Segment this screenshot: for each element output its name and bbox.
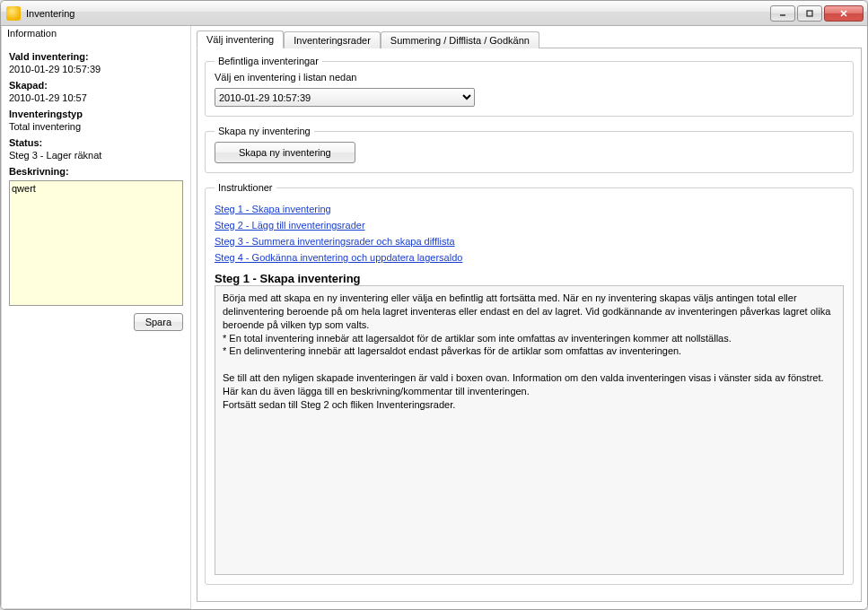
description-textarea[interactable]: [9, 180, 183, 306]
tab-summering[interactable]: Summering / Difflista / Godkänn: [381, 31, 539, 48]
save-button[interactable]: Spara: [134, 313, 183, 331]
instruktioner-group: Instruktioner Steg 1 - Skapa inventering…: [205, 182, 854, 585]
typ-value: Total inventering: [9, 121, 183, 132]
vald-value: 2010-01-29 10:57:39: [9, 64, 183, 74]
close-icon: [839, 9, 848, 18]
status-value: Steg 3 - Lager räknat: [9, 150, 183, 161]
window: Inventering Information Vald inventering…: [0, 0, 868, 610]
app-icon: [6, 6, 21, 21]
maximize-button[interactable]: [797, 5, 822, 22]
content: Information Vald inventering: 2010-01-29…: [1, 26, 867, 609]
befintliga-select[interactable]: 2010-01-29 10:57:39: [215, 88, 475, 107]
left-section-title: Information: [2, 26, 190, 42]
beskrivning-label: Beskrivning:: [9, 166, 183, 177]
instruktioner-links: Steg 1 - Skapa inventering Steg 2 - Lägg…: [215, 198, 844, 268]
link-steg-4[interactable]: Steg 4 - Godkänna inventering och uppdat…: [215, 252, 844, 263]
typ-label: Inventeringstyp: [9, 109, 183, 119]
window-buttons: [768, 5, 864, 22]
befintliga-legend: Befintliga inventeringar: [215, 56, 322, 66]
skapad-value: 2010-01-29 10:57: [9, 92, 183, 103]
skapad-label: Skapad:: [9, 80, 183, 91]
tabpage-valj-inventering: Befintliga inventeringar Välj en invente…: [197, 48, 862, 602]
right-panel: Välj inventering Inventeringsrader Summe…: [191, 26, 867, 609]
befintliga-instruction: Välj en inventering i listan nedan: [215, 72, 844, 83]
columns: Information Vald inventering: 2010-01-29…: [1, 26, 867, 609]
left-body: Vald inventering: 2010-01-29 10:57:39 Sk…: [2, 42, 190, 180]
status-label: Status:: [9, 137, 183, 148]
minimize-icon: [778, 9, 787, 18]
maximize-icon: [805, 9, 814, 18]
save-row: Spara: [2, 308, 190, 336]
titlebar: Inventering: [1, 1, 867, 26]
link-steg-3[interactable]: Steg 3 - Summera inventeringsrader och s…: [215, 236, 844, 247]
tab-valj-inventering[interactable]: Välj inventering: [197, 30, 284, 48]
close-button[interactable]: [824, 5, 864, 22]
description-area: [9, 180, 183, 308]
skapa-button[interactable]: Skapa ny inventering: [215, 142, 355, 163]
skapa-legend: Skapa ny inventering: [215, 126, 314, 136]
link-steg-1[interactable]: Steg 1 - Skapa inventering: [215, 204, 844, 214]
svg-rect-1: [807, 11, 812, 16]
vald-label: Vald inventering:: [9, 51, 183, 62]
befintliga-group: Befintliga inventeringar Välj en invente…: [205, 56, 854, 117]
left-panel: Information Vald inventering: 2010-01-29…: [1, 26, 191, 609]
tab-inventeringsrader[interactable]: Inventeringsrader: [284, 31, 381, 48]
step-header: Steg 1 - Skapa inventering: [215, 272, 844, 285]
minimize-button[interactable]: [770, 5, 795, 22]
tabs: Välj inventering Inventeringsrader Summe…: [197, 28, 862, 48]
window-title: Inventering: [26, 8, 768, 19]
link-steg-2[interactable]: Steg 2 - Lägg till inventeringsrader: [215, 220, 844, 231]
instruktioner-legend: Instruktioner: [215, 182, 276, 193]
step-text[interactable]: Börja med att skapa en ny inventering el…: [215, 285, 844, 575]
skapa-group: Skapa ny inventering Skapa ny inventerin…: [205, 126, 854, 173]
